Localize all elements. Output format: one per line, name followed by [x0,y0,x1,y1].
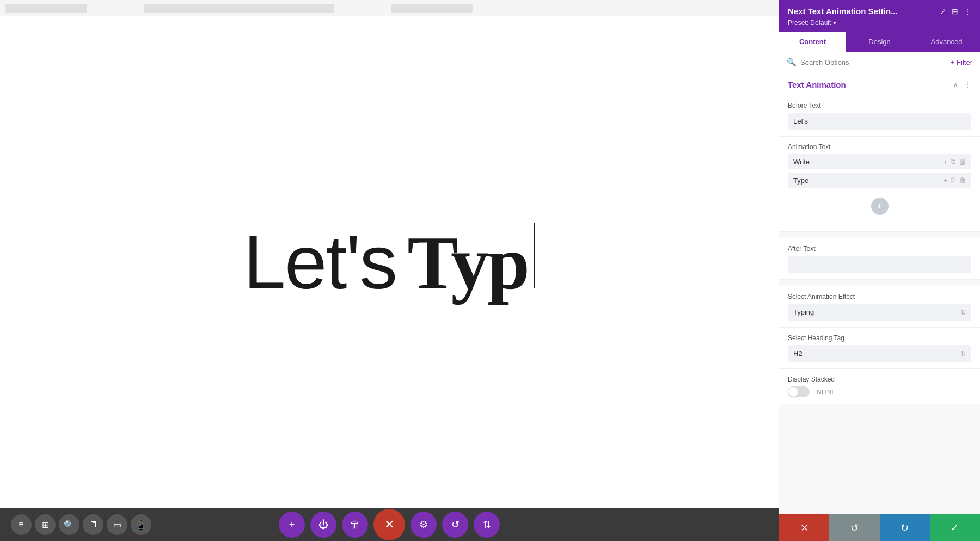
field-spacer-1 [779,232,980,238]
add-item-icon-2[interactable]: + [943,176,947,185]
tablet-button[interactable]: ▭ [107,514,127,535]
heading-tag-select[interactable]: H2 H1 H3 H4 p div [788,345,971,362]
tab-advanced[interactable]: Advanced [913,32,980,52]
power-button[interactable]: ⏻ [310,512,336,538]
settings-button[interactable]: ⚙ [411,512,437,538]
right-panel: Next Text Animation Settin... ⤢ ⊟ ⋮ Pres… [779,0,980,541]
animation-item-write-icons: + ⧉ 🗑 [943,157,966,166]
heading-tag-group: Select Heading Tag H2 H1 H3 H4 p div [779,328,980,369]
device-tools: ≡ ⊞ 🔍 🖥 ▭ 📱 [11,514,151,535]
bottom-toolbar: ≡ ⊞ 🔍 🖥 ▭ 📱 + ⏻ 🗑 ✕ ⚙ ↺ ⇅ [0,508,779,541]
collapse-icon[interactable]: ∧ [953,81,958,89]
app-container: Let's Typ ≡ ⊞ 🔍 🖥 ▭ 📱 + ⏻ 🗑 ✕ ⚙ [0,0,980,541]
search-button[interactable]: 🔍 [59,514,79,535]
copy-item-icon[interactable]: ⧉ [951,157,955,166]
history-button[interactable]: ↺ [442,512,468,538]
add-button[interactable]: + [279,512,305,538]
copy-item-icon-2[interactable]: ⧉ [951,176,955,185]
section-icons: ∧ ⋮ [953,81,971,89]
field-spacer-2 [779,280,980,286]
animation-item-type: + ⧉ 🗑 [788,173,971,188]
delete-item-icon[interactable]: 🗑 [959,158,966,166]
display-stacked-label: Display Stacked [788,376,971,383]
columns-icon[interactable]: ⊟ [952,7,958,16]
canvas-top-bar [0,0,779,16]
section-header: Text Animation ∧ ⋮ [779,72,980,95]
animation-effect-wrapper: Typing Fade Slide Flip [788,304,971,321]
close-button[interactable]: ✕ [373,509,405,540]
after-text-group: After Text [779,238,980,280]
add-animation-item-button[interactable]: + [871,198,889,215]
panel-actions: ✕ ↺ ↻ ✓ [779,514,980,541]
expand-icon[interactable]: ⤢ [940,7,946,16]
canvas-text-display: Let's Typ [243,218,535,306]
text-cursor [534,223,535,288]
undo-action-button[interactable]: ↺ [829,514,879,541]
canvas-area: Let's Typ ≡ ⊞ 🔍 🖥 ▭ 📱 + ⏻ 🗑 ✕ ⚙ [0,0,779,541]
display-stacked-group: Display Stacked INLINE [779,369,980,404]
heading-tag-wrapper: H2 H1 H3 H4 p div [788,345,971,362]
delete-button[interactable]: 🗑 [342,512,368,538]
add-item-icon[interactable]: + [943,158,947,166]
animation-text-label: Animation Text [788,143,971,151]
hamburger-button[interactable]: ≡ [11,514,32,535]
add-item-container: + [788,188,971,225]
panel-content: Text Animation ∧ ⋮ Before Text Animation… [779,72,980,514]
before-text-label: Before Text [788,102,971,109]
panel-tabs: Content Design Advanced [779,32,980,52]
animation-item-write: + ⧉ 🗑 [788,154,971,169]
redo-action-button[interactable]: ↻ [880,514,930,541]
after-text-input[interactable] [788,256,971,273]
animation-effect-select[interactable]: Typing Fade Slide Flip [788,304,971,321]
move-button[interactable]: ⇅ [474,512,500,538]
grid-button[interactable]: ⊞ [35,514,56,535]
canvas-before-text: Let's [243,218,396,306]
save-action-button[interactable]: ✓ [930,514,980,541]
animation-item-type-icons: + ⧉ 🗑 [943,176,966,185]
panel-title-row: Next Text Animation Settin... ⤢ ⊟ ⋮ [788,7,971,16]
search-bar: 🔍 + Filter [779,52,980,72]
canvas-animated-text: Typ [407,219,528,306]
tab-content[interactable]: Content [779,32,846,52]
center-tools: + ⏻ 🗑 ✕ ⚙ ↺ ⇅ [279,509,500,540]
panel-preset[interactable]: Preset: Default ▾ [788,19,971,27]
desktop-button[interactable]: 🖥 [83,514,103,535]
section-more-icon[interactable]: ⋮ [964,81,971,89]
delete-item-icon-2[interactable]: 🗑 [959,176,966,185]
animation-effect-label: Select Animation Effect [788,293,971,300]
tab-design[interactable]: Design [846,32,913,52]
animation-item-type-input[interactable] [793,176,940,185]
filter-button[interactable]: + Filter [951,58,972,66]
animation-text-group: Animation Text + ⧉ 🗑 + ⧉ [779,137,980,232]
panel-header: Next Text Animation Settin... ⤢ ⊟ ⋮ Pres… [779,0,980,32]
animation-item-write-input[interactable] [793,158,940,166]
more-icon[interactable]: ⋮ [964,7,971,16]
toggle-knob [788,387,798,397]
display-stacked-toggle[interactable] [788,386,810,397]
cancel-action-button[interactable]: ✕ [779,514,829,541]
before-text-input[interactable] [788,113,971,130]
toggle-label: INLINE [815,389,836,395]
mobile-button[interactable]: 📱 [131,514,151,535]
canvas-content: Let's Typ [0,16,779,508]
heading-tag-label: Select Heading Tag [788,334,971,342]
after-text-label: After Text [788,245,971,253]
panel-title-icons: ⤢ ⊟ ⋮ [940,7,971,16]
panel-title: Next Text Animation Settin... [788,7,898,16]
search-icon: 🔍 [787,58,796,66]
display-stacked-toggle-row: INLINE [788,386,971,397]
section-title: Text Animation [788,80,846,89]
search-input[interactable] [800,58,946,66]
animation-effect-group: Select Animation Effect Typing Fade Slid… [779,286,980,328]
before-text-group: Before Text [779,95,980,137]
